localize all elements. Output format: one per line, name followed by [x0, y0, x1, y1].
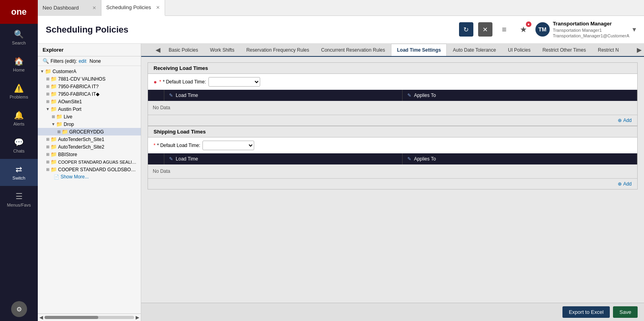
tab-neo-dashboard-close[interactable]: ✕	[92, 5, 96, 11]
receiving-no-data: No Data	[148, 101, 637, 115]
main-area: Neo Dashboard ✕ Scheduling Policies ✕ Sc…	[38, 0, 644, 321]
scroll-left-arrow[interactable]: ◀	[39, 315, 43, 320]
filter-edit-link[interactable]: edit	[79, 58, 86, 64]
expand-austin-port[interactable]: ▼	[45, 106, 51, 112]
user-email: Transportation_Manager1@CustomerA	[553, 33, 629, 39]
star-notification[interactable]: ★ ●	[516, 22, 531, 37]
tree-label-live: Live	[64, 114, 72, 120]
folder-icon-autotender1: 📁	[51, 136, 57, 142]
folder-icon-aownsite1: 📁	[51, 99, 57, 104]
tab-restrict-other-times[interactable]: Restrict Other Times	[537, 44, 592, 56]
tab-load-time-settings[interactable]: Load Time Settings	[391, 44, 447, 57]
tree-item-austin-port[interactable]: ▼ 📁 Austin Port	[38, 105, 141, 113]
receiving-add-icon: ⊕	[618, 118, 622, 123]
tree-item-live[interactable]: ⊞ 📁 Live	[38, 113, 141, 120]
shipping-default-select[interactable]	[202, 141, 254, 150]
tree-item-7881[interactable]: ⊞ 📁 7881-CDV VALINHOS	[38, 75, 141, 83]
user-info[interactable]: TM Transportation Manager Transportation…	[535, 21, 636, 39]
tree-item-drop[interactable]: ▼ 📁 Drop	[38, 120, 141, 128]
expand-7950a[interactable]: ⊞	[45, 84, 51, 89]
tree-item-autotender1[interactable]: ⊞ 📁 AutoTenderSch_Site1	[38, 135, 141, 143]
show-more-link[interactable]: 📄 Show More...	[38, 173, 141, 180]
show-more-anchor[interactable]: Show More...	[60, 174, 89, 180]
header-right: ↻ ✕ ≡ ★ ● TM Transportation Manager Tran…	[459, 21, 636, 39]
sidebar-item-alerts[interactable]: 🔔 Alerts	[0, 105, 38, 132]
tree-item-groceryddg[interactable]: ⊞ 📁 GROCERYDDG	[38, 128, 141, 135]
home-icon: 🏠	[14, 56, 24, 66]
tree-label-7950b: 7950-FABRICA IT◆	[58, 91, 99, 97]
folder-icon-cooper-aguas: 📁	[51, 159, 57, 165]
expand-cooper-aguas[interactable]: ⊞	[45, 159, 51, 165]
sidebar-item-search[interactable]: 🔍 Search	[0, 24, 38, 51]
tree-item-bbistore[interactable]: ⊞ 📁 BBIStore	[38, 151, 141, 158]
tree-label-aownsite1: AOwnSite1	[58, 99, 82, 104]
expand-groceryddg[interactable]: ⊞	[56, 129, 62, 135]
tab-auto-date-tolerance[interactable]: Auto Date Tolerance	[447, 44, 502, 56]
filter-label: Filters (edit):	[51, 58, 77, 64]
sidebar-bottom-avatar[interactable]: ⚙	[11, 297, 27, 321]
save-button[interactable]: Save	[613, 306, 638, 318]
tree-label-7950a: 7950-FABRICA IT?	[58, 84, 99, 89]
logo-text: one	[11, 7, 27, 17]
receiving-edit-icon-load: ✎	[169, 93, 173, 98]
tree-label-austin-port: Austin Port	[58, 106, 82, 112]
shipping-add-link[interactable]: ⊕ Add	[148, 178, 637, 189]
expand-customerA[interactable]: ▼	[39, 69, 45, 74]
sidebar-item-switch[interactable]: ⇄ Switch	[0, 159, 38, 186]
expand-autotender1[interactable]: ⊞	[45, 137, 51, 142]
tree-label-drop: Drop	[64, 122, 74, 127]
tab-reservation-frequency[interactable]: Reservation Frequency Rules	[240, 44, 315, 56]
refresh-button[interactable]: ↻	[459, 22, 473, 37]
notification-badge: ●	[526, 21, 531, 27]
app-logo[interactable]: one	[0, 0, 38, 24]
tab-basic-policies[interactable]: Basic Policies	[163, 44, 204, 56]
sidebar-label-switch: Switch	[12, 176, 25, 180]
page-header: Scheduling Policies ↻ ✕ ≡ ★ ● TM Transpo…	[38, 16, 644, 44]
tree-item-autotender2[interactable]: ⊞ 📁 AutoTenderSch_Site2	[38, 143, 141, 151]
expand-autotender2[interactable]: ⊞	[45, 144, 51, 150]
folder-icon-live: 📁	[56, 114, 62, 120]
tree-item-customerA[interactable]: ▼ 📁 CustomerA	[38, 68, 141, 75]
shipping-required-star: *	[154, 143, 156, 148]
notification-button[interactable]: ≡	[497, 22, 512, 37]
expand-drop[interactable]: ▼	[51, 122, 56, 127]
menus-icon: ☰	[16, 191, 23, 201]
user-details: Transportation Manager Transportation Ma…	[553, 21, 629, 39]
sub-tab-left-arrow[interactable]: ◀	[153, 44, 163, 56]
receiving-col-load-time: Load Time	[176, 93, 198, 98]
shipping-title: Shipping Load Times	[154, 129, 206, 135]
tree-item-7950a[interactable]: ⊞ 📁 7950-FABRICA IT?	[38, 83, 141, 90]
tree-item-aownsite1[interactable]: ⊞ 📁 AOwnSite1	[38, 98, 141, 105]
receiving-section: Receiving Load Times ● * * Default Load …	[148, 62, 638, 126]
receiving-default-select[interactable]	[208, 77, 260, 87]
user-dropdown-chevron[interactable]: ▾	[632, 25, 636, 34]
sidebar-item-chats[interactable]: 💬 Chats	[0, 132, 38, 159]
tab-concurrent-reservation[interactable]: Concurrent Reservation Rules	[315, 44, 391, 56]
tree-item-cooper-aguas[interactable]: ⊞ 📁 COOPER STANDARD AGUAS SEALING (:	[38, 158, 141, 166]
expand-live[interactable]: ⊞	[51, 114, 56, 120]
tree-item-cooper-goldsboro[interactable]: ⊞ 📁 COOPER STANDARD GOLDSBORO	[38, 166, 141, 173]
expand-aownsite1[interactable]: ⊞	[45, 99, 51, 104]
receiving-add-link[interactable]: ⊕ Add	[148, 115, 637, 126]
browser-tab-scheduling-policies[interactable]: Scheduling Policies ✕	[101, 0, 165, 16]
expand-bbistore[interactable]: ⊞	[45, 152, 51, 157]
tab-scheduling-policies-close[interactable]: ✕	[156, 5, 160, 10]
close-button[interactable]: ✕	[478, 22, 492, 37]
tab-concurrent-reservation-label: Concurrent Reservation Rules	[321, 47, 385, 53]
tree-label-customerA: CustomerA	[53, 69, 76, 74]
sidebar-label-menus: Menus/Favs	[7, 203, 31, 207]
expand-7881[interactable]: ⊞	[45, 76, 51, 82]
sidebar-item-home[interactable]: 🏠 Home	[0, 51, 38, 78]
export-to-excel-button[interactable]: Export to Excel	[562, 306, 610, 318]
scroll-right-arrow[interactable]: ▶	[136, 315, 139, 320]
expand-cooper-goldsboro[interactable]: ⊞	[45, 167, 51, 172]
tree-item-7950b[interactable]: ⊞ 📁 7950-FABRICA IT◆	[38, 90, 141, 98]
tab-ui-policies[interactable]: UI Policies	[502, 44, 537, 56]
sub-tab-right-arrow[interactable]: ▶	[634, 44, 644, 56]
sidebar-item-menus[interactable]: ☰ Menus/Favs	[0, 186, 38, 213]
sidebar-item-problems[interactable]: ⚠️ Problems	[0, 78, 38, 105]
expand-7950b[interactable]: ⊞	[45, 91, 51, 97]
browser-tab-neo-dashboard[interactable]: Neo Dashboard ✕	[38, 0, 101, 16]
tab-work-shifts[interactable]: Work Shifts	[204, 44, 240, 56]
tab-restrict-n[interactable]: Restrict N	[592, 44, 625, 56]
